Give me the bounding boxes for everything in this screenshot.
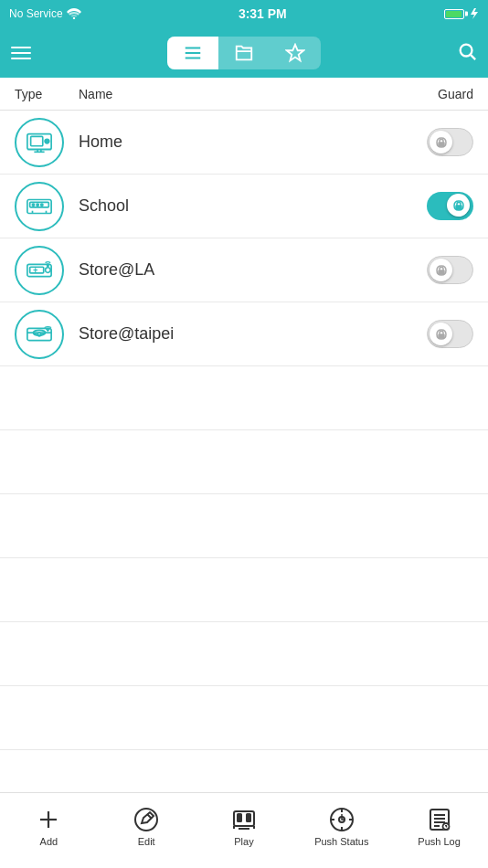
hamburger-icon[interactable] bbox=[11, 47, 31, 59]
svg-point-0 bbox=[72, 17, 74, 19]
empty-row bbox=[0, 494, 488, 558]
device-row[interactable]: Store@taipei bbox=[0, 302, 488, 366]
nav-push-status[interactable]: Push Status bbox=[292, 807, 390, 854]
svg-line-42 bbox=[147, 814, 152, 819]
device-type-icon-home bbox=[15, 118, 64, 167]
nav-push-log-label: Push Log bbox=[418, 836, 460, 847]
add-icon bbox=[36, 807, 61, 832]
type-column-header: Type bbox=[15, 87, 79, 101]
nav-push-log[interactable]: Push Log bbox=[390, 807, 488, 854]
svg-line-7 bbox=[471, 55, 475, 59]
guard-toggle-home[interactable] bbox=[427, 128, 473, 156]
empty-row bbox=[0, 686, 488, 750]
nav-edit[interactable]: Edit bbox=[98, 807, 196, 854]
battery-icon bbox=[444, 9, 464, 19]
status-battery-area bbox=[444, 8, 479, 19]
charging-icon bbox=[468, 8, 479, 19]
status-time: 3:31 PM bbox=[239, 6, 287, 21]
list-view-tab[interactable] bbox=[167, 37, 218, 69]
empty-row bbox=[0, 366, 488, 430]
device-type-icon-school bbox=[15, 182, 64, 231]
nav-add[interactable]: Add bbox=[0, 807, 98, 854]
svg-point-22 bbox=[32, 204, 34, 206]
guard-column-header: Guard bbox=[438, 87, 473, 101]
svg-point-37 bbox=[48, 329, 48, 330]
svg-point-11 bbox=[47, 140, 48, 142]
svg-rect-9 bbox=[31, 136, 43, 145]
column-headers: Type Name Guard bbox=[0, 78, 488, 111]
view-toggle-group bbox=[167, 37, 321, 69]
nav-add-label: Add bbox=[40, 836, 58, 847]
device-type-icon-store-taipei bbox=[15, 310, 64, 359]
favorite-view-tab[interactable] bbox=[270, 37, 321, 69]
search-button[interactable] bbox=[437, 41, 477, 64]
device-list: Home bbox=[0, 111, 488, 814]
edit-icon bbox=[133, 807, 159, 832]
push-status-icon bbox=[329, 807, 355, 832]
push-log-icon bbox=[427, 807, 452, 832]
name-column-header: Name bbox=[79, 87, 438, 101]
device-name-home: Home bbox=[64, 132, 427, 152]
search-icon-button[interactable] bbox=[457, 41, 477, 64]
device-row[interactable]: School bbox=[0, 175, 488, 238]
nav-play-label: Play bbox=[234, 836, 253, 847]
svg-point-24 bbox=[41, 204, 43, 206]
svg-point-23 bbox=[37, 204, 38, 206]
svg-rect-50 bbox=[247, 814, 250, 821]
nav-play[interactable]: Play bbox=[196, 807, 293, 854]
device-name-store-la: Store@LA bbox=[64, 260, 427, 280]
bottom-nav: Add Edit Play bbox=[0, 792, 488, 868]
svg-rect-27 bbox=[456, 206, 461, 209]
svg-point-41 bbox=[135, 809, 157, 831]
guard-toggle-school[interactable] bbox=[427, 192, 473, 220]
device-row[interactable]: Home bbox=[0, 111, 488, 175]
nav-push-status-label: Push Status bbox=[314, 836, 368, 847]
svg-point-30 bbox=[46, 267, 51, 272]
folder-view-tab[interactable] bbox=[218, 37, 270, 69]
nav-edit-label: Edit bbox=[138, 836, 155, 847]
device-name-school: School bbox=[64, 196, 427, 216]
svg-rect-32 bbox=[439, 270, 444, 274]
empty-row bbox=[0, 558, 488, 622]
device-name-store-taipei: Store@taipei bbox=[64, 324, 427, 344]
menu-button[interactable] bbox=[11, 47, 51, 59]
svg-marker-5 bbox=[287, 44, 303, 59]
empty-row bbox=[0, 622, 488, 686]
device-type-icon-store-la bbox=[15, 246, 64, 295]
play-icon bbox=[231, 807, 257, 832]
carrier-label: No Service bbox=[9, 7, 63, 20]
status-carrier-area: No Service bbox=[9, 7, 81, 20]
svg-point-31 bbox=[48, 265, 49, 267]
status-bar: No Service 3:31 PM bbox=[0, 0, 488, 27]
guard-toggle-store-la[interactable] bbox=[427, 256, 473, 284]
svg-rect-38 bbox=[439, 334, 444, 338]
empty-row bbox=[0, 430, 488, 494]
svg-point-6 bbox=[461, 45, 472, 57]
svg-rect-16 bbox=[439, 143, 444, 146]
toolbar bbox=[0, 27, 488, 78]
svg-rect-49 bbox=[238, 814, 241, 821]
wifi-icon bbox=[67, 8, 81, 19]
device-row[interactable]: Store@LA bbox=[0, 238, 488, 302]
guard-toggle-store-taipei[interactable] bbox=[427, 320, 473, 348]
